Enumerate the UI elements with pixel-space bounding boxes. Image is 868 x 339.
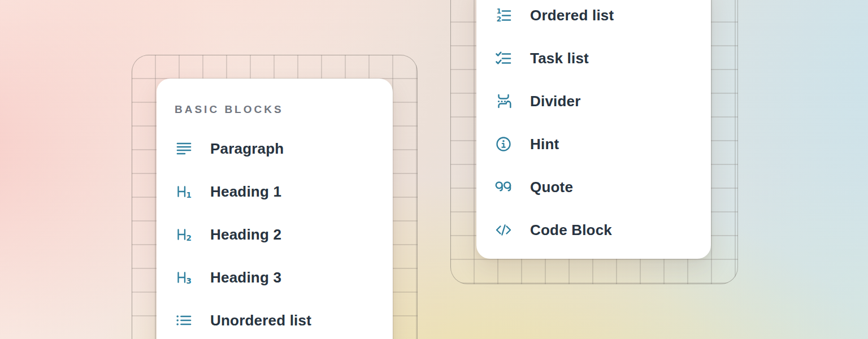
menu-item[interactable]: 2 Heading 2: [157, 213, 393, 256]
svg-text:3: 3: [186, 276, 192, 285]
task-list-icon: [494, 49, 513, 67]
menu-item-label: Heading 2: [210, 226, 281, 244]
menu-item[interactable]: Code Block: [476, 208, 711, 251]
menu-item-label: Divider: [530, 93, 581, 110]
blocks-menu-continued: 12 Ordered list Task list Divider Hint: [476, 0, 711, 259]
unordered-list-icon: [175, 311, 193, 329]
menu-item[interactable]: 1 Heading 1: [157, 170, 393, 213]
svg-text:2: 2: [186, 233, 192, 242]
menu-item-label: Paragraph: [210, 140, 284, 158]
menu-item[interactable]: 12 Ordered list: [476, 0, 711, 37]
blocks-item-list: 12 Ordered list Task list Divider Hint: [476, 0, 711, 251]
menu-item[interactable]: Task list: [476, 37, 711, 80]
heading-2-icon: 2: [175, 225, 193, 244]
menu-item-label: Quote: [530, 179, 573, 196]
menu-item[interactable]: Hint: [476, 123, 711, 166]
svg-text:2: 2: [497, 15, 502, 23]
svg-text:1: 1: [497, 7, 502, 15]
basic-blocks-menu: BASIC BLOCKS Paragraph 1 Heading 1 2 Hea…: [157, 79, 393, 339]
menu-item-label: Task list: [530, 50, 589, 67]
heading-3-icon: 3: [175, 268, 193, 286]
menu-item[interactable]: 3 Heading 3: [157, 256, 393, 299]
hint-icon: [494, 135, 513, 153]
paragraph-icon: [175, 140, 193, 158]
menu-item-label: Hint: [530, 136, 559, 153]
page-background: BASIC BLOCKS Paragraph 1 Heading 1 2 Hea…: [0, 0, 868, 339]
basic-blocks-item-list: Paragraph 1 Heading 1 2 Heading 2 3 Head…: [157, 127, 393, 339]
code-block-icon: [494, 221, 513, 239]
ordered-list-icon: 12: [494, 6, 513, 24]
menu-item-label: Unordered list: [210, 312, 311, 329]
menu-item[interactable]: Unordered list: [157, 299, 393, 339]
menu-item[interactable]: Divider: [476, 80, 711, 123]
quote-icon: [494, 178, 513, 196]
divider-icon: [494, 92, 513, 110]
svg-text:1: 1: [186, 190, 192, 199]
menu-item-label: Ordered list: [530, 7, 614, 24]
heading-1-icon: 1: [175, 182, 193, 201]
section-title-basic-blocks: BASIC BLOCKS: [157, 104, 393, 115]
menu-item[interactable]: Paragraph: [157, 127, 393, 170]
menu-item-label: Heading 1: [210, 183, 281, 201]
menu-item-label: Code Block: [530, 221, 612, 239]
menu-item-label: Heading 3: [210, 269, 281, 286]
menu-item[interactable]: Quote: [476, 166, 711, 208]
